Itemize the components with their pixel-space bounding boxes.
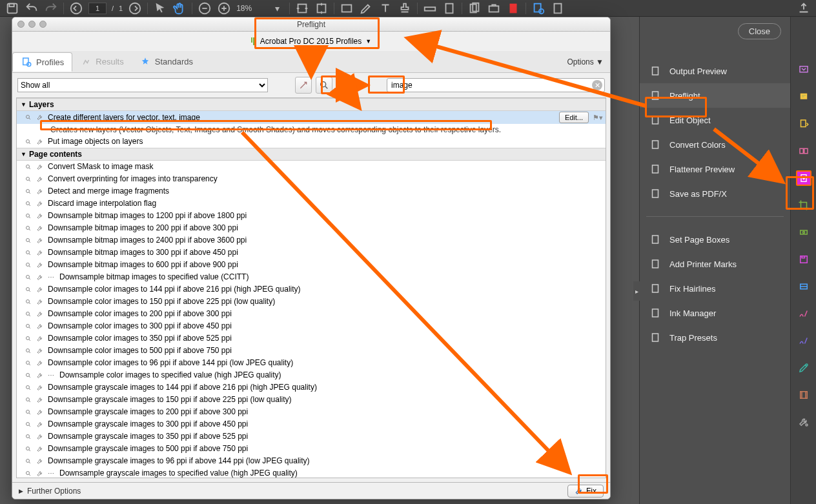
fixup-row[interactable]: Downsample bitmap images to 2400 ppi if … <box>17 234 606 247</box>
fixup-row[interactable]: Detect and merge image fragments <box>17 185 606 197</box>
fit-width-icon[interactable] <box>295 1 309 15</box>
hand-icon[interactable] <box>172 1 187 15</box>
fixup-row[interactable]: Downsample grayscale images to 96 ppi if… <box>17 455 606 467</box>
fixup-row[interactable]: Downsample bitmap images to 600 ppi if a… <box>17 259 606 271</box>
text-icon[interactable] <box>378 1 393 15</box>
fix-button[interactable]: Fix <box>567 485 604 498</box>
fixup-row[interactable]: Downsample bitmap images to 1200 ppi if … <box>17 210 606 222</box>
panel-item-convert-colors[interactable]: Convert Colors <box>640 132 790 157</box>
panel-item-add-printer-marks[interactable]: Add Printer Marks <box>640 252 790 276</box>
fixup-row[interactable]: Downsample color images to 300 ppi if ab… <box>17 320 606 332</box>
link-icon[interactable] <box>340 1 354 15</box>
fixup-row[interactable]: Downsample color images to 144 ppi if ab… <box>17 283 606 296</box>
panel-item-ink-manager[interactable]: Ink Manager <box>640 301 790 325</box>
ruler-icon[interactable] <box>423 1 437 15</box>
fixup-row[interactable]: Downsample color images to 350 ppi if ab… <box>17 332 606 345</box>
group-page-contents[interactable]: ▼Page contents <box>17 148 606 161</box>
edit-icon[interactable] <box>359 1 373 15</box>
pen-icon[interactable] <box>796 360 811 376</box>
panel-item-preflight[interactable]: Preflight <box>640 83 790 108</box>
panel-item-output-preview[interactable]: Output Preview <box>640 59 790 83</box>
crop-icon[interactable] <box>796 197 811 213</box>
inspect-icon-button[interactable] <box>316 77 332 94</box>
zoom-out-icon[interactable] <box>198 1 212 15</box>
panel-item-trap-presets[interactable]: Trap Presets <box>640 325 790 350</box>
panel-item-flattener-preview[interactable]: Flattener Preview <box>640 157 790 181</box>
stamp-icon[interactable] <box>398 1 412 15</box>
options-menu[interactable]: Options ▼ <box>567 57 604 66</box>
more-tools-icon[interactable] <box>796 414 811 430</box>
copy-icon[interactable] <box>467 1 482 15</box>
fixup-row[interactable]: Downsample color images to 150 ppi if ab… <box>17 296 606 308</box>
fixup-row[interactable]: Downsample grayscale images to 150 ppi i… <box>17 394 606 406</box>
scan-icon[interactable] <box>796 279 811 294</box>
fixup-row[interactable]: Convert SMask to image mask <box>17 161 606 173</box>
close-button[interactable]: Close <box>738 23 781 39</box>
fixups-tree[interactable]: ▼LayersCreate different layers for vecto… <box>16 97 606 478</box>
dialog-titlebar[interactable]: Preflight <box>12 17 610 32</box>
fixup-row[interactable]: Create different layers for vector, text… <box>17 111 606 124</box>
fixup-row[interactable]: Discard image interpolation flag <box>17 197 606 210</box>
tab-standards[interactable]: Standards <box>132 53 201 71</box>
redo-icon[interactable] <box>44 1 58 15</box>
next-page-icon[interactable] <box>128 1 142 15</box>
tab-results[interactable]: Results <box>72 53 131 71</box>
fixup-row[interactable]: Downsample bitmap images to 200 ppi if a… <box>17 222 606 234</box>
edit-button[interactable]: Edit... <box>559 112 589 123</box>
red-doc-icon[interactable] <box>506 1 520 15</box>
showall-select[interactable]: Show all <box>17 78 268 92</box>
fixup-row[interactable]: Downsample bitmap images to 300 ppi if a… <box>17 247 606 259</box>
clear-search-icon[interactable]: ✕ <box>592 80 602 90</box>
fixup-row[interactable]: Downsample color images to 200 ppi if ab… <box>17 308 606 320</box>
enhance-icon[interactable] <box>796 170 811 186</box>
doc-export-icon[interactable] <box>551 1 565 15</box>
zoom-level[interactable]: 18% <box>236 4 265 13</box>
briefcase-icon[interactable] <box>487 1 501 15</box>
measure-icon[interactable] <box>442 1 456 15</box>
flag-menu-icon[interactable]: ⚑▾ <box>593 112 602 123</box>
fixup-row[interactable]: Downsample color images to 96 ppi if abo… <box>17 357 606 369</box>
export-icon[interactable] <box>796 116 811 132</box>
preflight-small-icon[interactable] <box>531 1 546 15</box>
collapse-panel-icon[interactable]: ▸ <box>633 281 640 301</box>
panel-item-set-page-boxes[interactable]: Set Page Boxes <box>640 227 790 252</box>
wizard-icon-button[interactable] <box>295 77 312 94</box>
zoom-in-icon[interactable] <box>217 1 231 15</box>
profiles-dropdown[interactable]: Acrobat Pro DC 2015 Profiles ▼ <box>245 35 377 48</box>
fixup-row[interactable]: Downsample color images to 500 ppi if ab… <box>17 345 606 357</box>
save-icon[interactable] <box>5 1 19 15</box>
tab-profiles[interactable]: Profiles <box>12 52 72 72</box>
pointer-icon[interactable] <box>153 1 167 15</box>
page-current-input[interactable] <box>88 3 107 14</box>
sign2-icon[interactable] <box>796 333 811 348</box>
note-icon[interactable] <box>796 89 811 105</box>
group-layers[interactable]: ▼Layers <box>17 98 606 111</box>
fixup-row[interactable]: Downsample grayscale images to 500 ppi i… <box>17 443 606 455</box>
chevron-down-icon[interactable]: ▾ <box>270 1 284 15</box>
video-icon[interactable] <box>796 387 811 403</box>
fixup-row[interactable]: Downsample grayscale images to 300 ppi i… <box>17 418 606 430</box>
prev-page-icon[interactable] <box>69 1 83 15</box>
save-alt-icon[interactable] <box>796 252 811 267</box>
fixup-icon-button[interactable] <box>336 77 353 94</box>
panel-item-fix-hairlines[interactable]: Fix Hairlines <box>640 276 790 301</box>
fit-page-icon[interactable] <box>314 1 329 15</box>
fixup-row[interactable]: Downsample grayscale images to 350 ppi i… <box>17 430 606 443</box>
organize-icon[interactable] <box>796 143 811 159</box>
sign-icon[interactable] <box>796 306 811 321</box>
panel-item-edit-object[interactable]: Edit Object <box>640 108 790 132</box>
fixup-row[interactable]: ⋯Downsample grayscale images to specifie… <box>17 467 606 478</box>
fixup-row[interactable]: Downsample grayscale images to 144 ppi i… <box>17 381 606 394</box>
further-options-row[interactable]: ▶ Further Options Fix <box>12 482 610 499</box>
print-prod-icon[interactable] <box>796 225 811 240</box>
fixup-row[interactable]: Convert overprinting for images into tra… <box>17 173 606 185</box>
undo-icon[interactable] <box>25 1 39 15</box>
panel-item-save-as-pdf-x[interactable]: Save as PDF/X <box>640 181 790 206</box>
comment-icon[interactable] <box>796 62 811 77</box>
share-icon[interactable] <box>797 1 811 15</box>
fixup-row[interactable]: ⋯Downsample color images to specified va… <box>17 369 606 381</box>
fixup-row[interactable]: Put image objects on layers <box>17 136 606 148</box>
search-input[interactable] <box>387 78 605 92</box>
fixup-row[interactable]: ⋯Downsample bitmap images to specified v… <box>17 271 606 283</box>
fixup-row[interactable]: Downsample grayscale images to 200 ppi i… <box>17 406 606 418</box>
